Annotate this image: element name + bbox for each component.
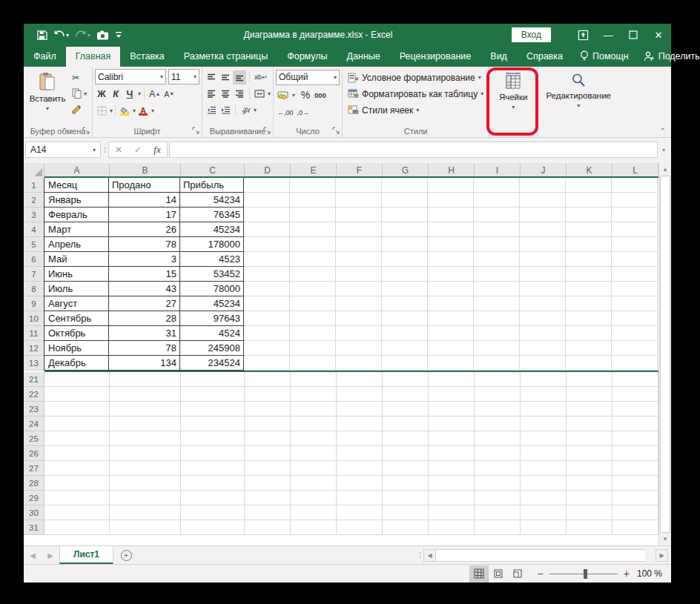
cell-C8[interactable]: 78000 (180, 282, 244, 296)
cell-G29[interactable] (383, 491, 429, 505)
cell-B24[interactable] (110, 417, 181, 431)
dialog-launcher-icon[interactable] (192, 127, 200, 135)
accounting-format-button[interactable] (276, 88, 291, 102)
tab-справка[interactable]: Справка (517, 47, 572, 67)
cell-A6[interactable]: Май (44, 252, 109, 267)
cell-C29[interactable] (181, 491, 245, 505)
row-header-13[interactable]: 13 (24, 356, 44, 371)
cell-K28[interactable] (567, 476, 612, 491)
tab-рецензирование[interactable]: Рецензирование (390, 47, 481, 67)
cell-E23[interactable] (291, 402, 337, 417)
cell-L28[interactable] (612, 476, 658, 491)
cell-H30[interactable] (429, 505, 475, 520)
cell-L12[interactable] (612, 341, 658, 356)
align-middle-button[interactable] (219, 70, 232, 84)
cell-H23[interactable] (429, 402, 475, 417)
scroll-down-icon[interactable]: ▼ (659, 533, 671, 545)
italic-button[interactable]: К (109, 87, 122, 101)
cell-K8[interactable] (566, 282, 612, 296)
cells-button[interactable]: Ячейки ▾ (492, 68, 535, 125)
cell-D30[interactable] (245, 505, 291, 520)
cell-D26[interactable] (245, 446, 291, 461)
font-size-combo[interactable]: 11▾ (168, 69, 199, 84)
cell-I6[interactable] (474, 252, 520, 267)
dialog-launcher-icon[interactable] (82, 127, 90, 135)
cell-K22[interactable] (567, 387, 612, 402)
cell-D23[interactable] (245, 402, 291, 417)
cell-A12[interactable]: Ноябрь (44, 341, 109, 356)
cell-L26[interactable] (612, 446, 658, 461)
row-header-26[interactable]: 26 (24, 446, 44, 461)
cell-K9[interactable] (566, 296, 612, 311)
row-header-6[interactable]: 6 (24, 252, 44, 267)
cell-L3[interactable] (612, 208, 658, 222)
tab-формулы[interactable]: Формулы (277, 47, 337, 67)
cell-J6[interactable] (520, 252, 566, 267)
cell-K21[interactable] (567, 372, 612, 387)
orientation-button[interactable]: ab (239, 103, 252, 117)
percent-style-button[interactable]: % (299, 88, 312, 102)
save-icon[interactable] (34, 28, 50, 42)
cell-E5[interactable] (290, 237, 336, 252)
cell-K25[interactable] (567, 431, 612, 446)
cell-D7[interactable] (244, 267, 290, 282)
horizontal-scrollbar[interactable]: ◀ ▶ (423, 548, 668, 562)
cell-I29[interactable] (475, 491, 521, 505)
cell-J12[interactable] (520, 341, 566, 356)
cell-D8[interactable] (244, 282, 290, 296)
bold-button[interactable]: Ж (95, 87, 108, 101)
row-header-27[interactable]: 27 (24, 461, 44, 476)
cell-E7[interactable] (290, 267, 336, 282)
cell-A3[interactable]: Февраль (44, 208, 109, 222)
grow-font-button[interactable]: А▲ (148, 87, 162, 101)
cell-D6[interactable] (244, 252, 290, 267)
cell-K4[interactable] (566, 222, 612, 237)
zoom-in-button[interactable]: + (624, 568, 630, 580)
cell-D22[interactable] (245, 387, 291, 402)
tab-разметка-страницы[interactable]: Разметка страницы (174, 47, 277, 67)
cell-J31[interactable] (521, 520, 567, 535)
cell-J22[interactable] (521, 387, 567, 402)
editing-button[interactable]: Редактирование ▾ (540, 68, 617, 125)
cell-H11[interactable] (428, 326, 474, 341)
cell-L21[interactable] (612, 372, 658, 387)
increase-indent-button[interactable] (219, 103, 232, 117)
vertical-scrollbar-thumb[interactable] (660, 176, 670, 533)
cell-J2[interactable] (520, 193, 566, 208)
cell-L13[interactable] (612, 356, 658, 371)
cell-A24[interactable] (44, 417, 110, 431)
cell-C10[interactable]: 97643 (180, 311, 244, 326)
cell-C11[interactable]: 4524 (180, 326, 244, 341)
cell-J9[interactable] (520, 296, 566, 311)
align-center-button[interactable] (219, 87, 232, 101)
orientation-dropdown-icon[interactable]: ▾ (254, 107, 257, 113)
cell-G3[interactable] (382, 208, 428, 222)
cell-E6[interactable] (290, 252, 336, 267)
cell-K23[interactable] (567, 402, 612, 417)
formula-input[interactable] (169, 142, 658, 158)
collapse-ribbon-icon[interactable]: ⌃ (660, 127, 666, 135)
cell-D10[interactable] (244, 311, 290, 326)
cell-H1[interactable] (428, 178, 474, 193)
cell-E8[interactable] (290, 282, 336, 296)
cell-E27[interactable] (291, 461, 337, 476)
cell-E31[interactable] (291, 520, 337, 535)
cell-D11[interactable] (244, 326, 290, 341)
shrink-font-button[interactable]: А▼ (162, 87, 176, 101)
row-header-8[interactable]: 8 (24, 282, 44, 296)
cell-G24[interactable] (383, 417, 429, 431)
horizontal-scrollbar-thumb[interactable] (436, 549, 645, 562)
cell-F11[interactable] (336, 326, 382, 341)
cell-A30[interactable] (44, 505, 110, 520)
cell-F4[interactable] (336, 222, 382, 237)
cell-A21[interactable] (44, 372, 110, 387)
cell-F25[interactable] (337, 431, 383, 446)
cell-H6[interactable] (428, 252, 474, 267)
row-header-24[interactable]: 24 (24, 417, 44, 431)
cell-F7[interactable] (336, 267, 382, 282)
cell-K13[interactable] (566, 356, 612, 371)
cell-A28[interactable] (44, 476, 110, 491)
cell-E13[interactable] (290, 356, 336, 371)
column-header-D[interactable]: D (245, 163, 291, 178)
cell-H4[interactable] (428, 222, 474, 237)
